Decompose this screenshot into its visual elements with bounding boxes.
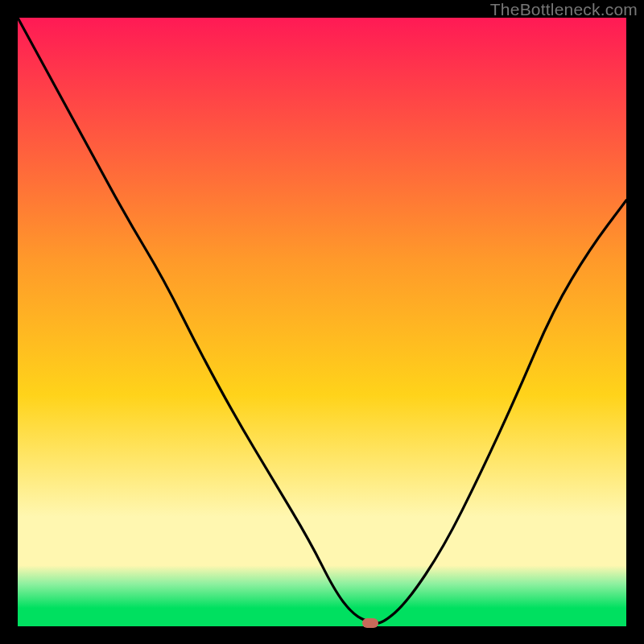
chart-frame: TheBottleneck.com <box>0 0 644 644</box>
watermark-label: TheBottleneck.com <box>490 0 638 19</box>
minimum-marker <box>362 618 378 628</box>
plot-area <box>18 18 626 626</box>
curve-svg <box>18 18 626 626</box>
bottleneck-curve <box>18 18 626 623</box>
